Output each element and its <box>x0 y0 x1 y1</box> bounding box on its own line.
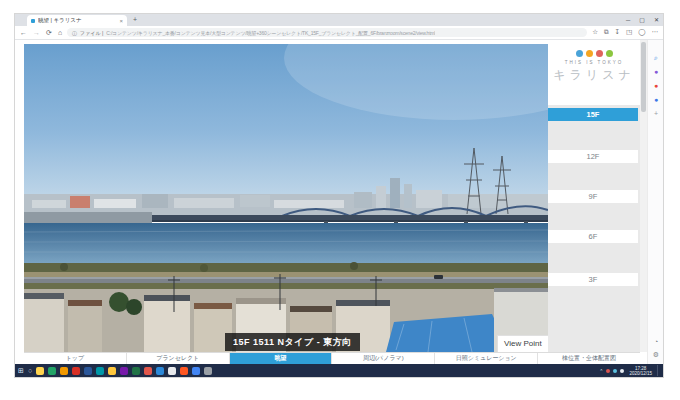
tab-眺望[interactable]: 眺望 <box>229 353 332 364</box>
floor-button-6F[interactable]: 6F <box>548 230 638 243</box>
browser-tab[interactable]: 眺望 | キラリスナ × <box>27 15 127 26</box>
tab-close-icon[interactable]: × <box>119 18 123 24</box>
browser-action-icons: ☆⧉↧◳◯⋯ <box>592 29 658 36</box>
explorer-icon[interactable] <box>36 367 44 375</box>
menu-icon[interactable]: ⋯ <box>652 29 659 36</box>
forward-icon: → <box>33 29 40 36</box>
word-icon[interactable] <box>84 367 92 375</box>
minimize-button[interactable]: ─ <box>626 15 630 25</box>
tab-プランセレクト[interactable]: プランセレクト <box>126 353 229 364</box>
gray-app-icon[interactable] <box>204 367 212 375</box>
floor-button-9F[interactable]: 9F <box>548 190 638 203</box>
scrollbar-thumb[interactable] <box>641 42 646 112</box>
tray-red-icon[interactable] <box>606 369 610 373</box>
tab-favicon-icon <box>31 19 35 23</box>
address-bar[interactable]: ⓘ ファイル | C:/コンテンツ/キラリスナ_本番/コンテンツ見本/大型コンテ… <box>67 28 587 37</box>
photo-caption: 15F 1511 Nタイプ - 東方向 <box>225 333 360 351</box>
edge-sidebar-bottom-icons: ◔⚙ <box>648 338 664 358</box>
page-scrollbar[interactable] <box>640 40 647 352</box>
brand-logo-icons <box>548 50 640 57</box>
brand-icon-3 <box>596 50 603 57</box>
brand-icon-4 <box>606 50 613 57</box>
edge-sidebar: ⌕●●●+ ◔⚙ <box>647 40 663 364</box>
floor-list: 15F12F9F6F3F <box>548 105 640 352</box>
profile-icon[interactable]: ◯ <box>638 29 645 36</box>
add-sidebar-icon[interactable]: + <box>654 110 658 117</box>
floor-button-15F[interactable]: 15F <box>548 108 638 121</box>
brand-icon-1 <box>576 50 583 57</box>
extensions-icon[interactable]: ◳ <box>626 29 632 36</box>
excel-icon[interactable] <box>132 367 140 375</box>
url-scheme-label: ファイル | <box>80 30 103 36</box>
close-button[interactable]: ✕ <box>654 15 659 25</box>
url-text: C:/コンテンツ/キラリスナ_本番/コンテンツ見本/大型コンテンツ/眺望+360… <box>106 30 435 36</box>
brand-logo: THIS IS TOKYO キラリスナ <box>548 40 640 105</box>
maximize-button[interactable]: ▢ <box>639 15 645 25</box>
page-content: 15F 1511 Nタイプ - 東方向 View Point THIS IS T… <box>15 40 663 364</box>
system-tray: ⌃ 17:28 2020/12/15 <box>599 365 660 376</box>
start-icon[interactable]: ⊞ <box>18 367 24 374</box>
browser-nav-icons: ←→⟳⌂ <box>20 29 62 36</box>
view-point-button[interactable]: View Point <box>497 335 549 353</box>
orange-app-icon[interactable] <box>60 367 68 375</box>
view-photo[interactable] <box>24 44 548 352</box>
taskbar-clock[interactable]: 17:28 2020/12/15 <box>629 366 652 376</box>
sidebar-settings-icon[interactable]: ⚙ <box>653 351 659 358</box>
new-tab-button[interactable]: + <box>133 16 137 23</box>
tray-white-icon[interactable] <box>620 369 624 373</box>
page-tab-bar: トッププランセレクト眺望周辺(パノラマ)日照シミュレーション棟位置・全体配置図 <box>24 352 640 364</box>
tray-blue-icon[interactable] <box>613 369 617 373</box>
panorama-scene-graphic <box>24 44 548 352</box>
tab-周辺(パノラマ)[interactable]: 周辺(パノラマ) <box>331 353 434 364</box>
window-controls: ─▢✕ <box>626 15 659 25</box>
taskbar-app-icons: ⊞○ <box>18 367 212 375</box>
tab-title: 眺望 | キラリスナ <box>38 17 116 24</box>
windows-taskbar: ⊞○ ⌃ 17:28 2020/12/15 <box>15 364 663 377</box>
browser-toolbar: ←→⟳⌂ ⓘ ファイル | C:/コンテンツ/キラリスナ_本番/コンテンツ見本/… <box>15 26 663 40</box>
purple-app-icon[interactable] <box>120 367 128 375</box>
tray-chevron-icon[interactable]: ⌃ <box>599 368 603 374</box>
search-taskbar-icon[interactable]: ○ <box>28 367 32 374</box>
brand-icon-2 <box>586 50 593 57</box>
fire-app-icon[interactable] <box>180 367 188 375</box>
edge-sidebar-icons: ⌕●●●+ <box>648 54 664 117</box>
discover-icon[interactable]: ● <box>654 68 658 75</box>
clock-date: 2020/12/15 <box>629 371 652 376</box>
pdf-icon[interactable] <box>144 367 152 375</box>
tab-日照シミュレーション[interactable]: 日照シミュレーション <box>434 353 537 364</box>
refresh-icon[interactable]: ⟳ <box>46 29 52 36</box>
home-icon[interactable]: ⌂ <box>58 29 62 36</box>
screen-capture: 眺望 | キラリスナ × + ─▢✕ ←→⟳⌂ ⓘ ファイル | C:/コンテン… <box>15 14 663 377</box>
page-info-icon[interactable]: ⓘ <box>72 30 77 36</box>
floor-sidebar: THIS IS TOKYO キラリスナ 15F12F9F6F3F <box>548 40 640 352</box>
back-icon[interactable]: ← <box>20 29 27 36</box>
edge-icon[interactable] <box>156 367 164 375</box>
red-app-icon[interactable] <box>72 367 80 375</box>
tab-トップ[interactable]: トップ <box>24 353 126 364</box>
shopping-icon[interactable]: ● <box>654 82 658 89</box>
tray-icons <box>606 369 624 373</box>
teal-app-icon[interactable] <box>96 367 104 375</box>
feedback-icon[interactable]: ◔ <box>654 338 658 345</box>
floor-button-3F[interactable]: 3F <box>548 273 638 286</box>
floor-button-12F[interactable]: 12F <box>548 150 638 163</box>
browser-tabstrip: 眺望 | キラリスナ × + ─▢✕ <box>15 14 663 26</box>
favorites-icon[interactable]: ☆ <box>592 29 598 36</box>
blue-app-icon[interactable] <box>192 367 200 375</box>
downloads-icon[interactable]: ↧ <box>615 29 620 36</box>
brand-name: キラリスナ <box>548 67 640 84</box>
green-app-icon[interactable] <box>48 367 56 375</box>
tools-icon[interactable]: ● <box>654 96 658 103</box>
folder-icon[interactable] <box>108 367 116 375</box>
cloud-icon[interactable] <box>168 367 176 375</box>
search-icon[interactable]: ⌕ <box>654 54 658 61</box>
brand-tagline: THIS IS TOKYO <box>548 60 640 65</box>
collections-icon[interactable]: ⧉ <box>604 29 609 36</box>
tab-棟位置・全体配置図[interactable]: 棟位置・全体配置図 <box>537 353 640 364</box>
show-desktop-button[interactable] <box>657 365 660 376</box>
